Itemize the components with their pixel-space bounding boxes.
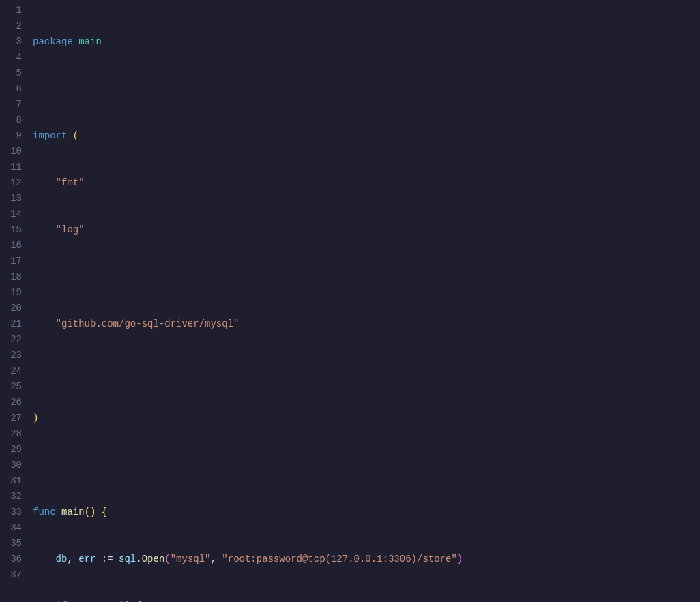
line-number: 13 (0, 191, 22, 207)
line-number: 20 (0, 301, 22, 316)
code-line (33, 363, 700, 379)
code-line: package main (33, 34, 700, 50)
line-number: 25 (0, 379, 22, 395)
line-number: 2 (0, 18, 22, 34)
line-number-gutter: 1234567891011121314151617181920212223242… (0, 0, 33, 602)
line-number: 34 (0, 520, 22, 536)
line-number: 11 (0, 160, 22, 175)
line-number: 19 (0, 285, 22, 301)
line-number: 3 (0, 34, 22, 50)
line-number: 35 (0, 536, 22, 552)
code-line: "github.com/go-sql-driver/mysql" (33, 316, 700, 332)
line-number: 37 (0, 567, 22, 583)
line-number: 14 (0, 207, 22, 222)
line-number: 29 (0, 442, 22, 457)
line-number: 16 (0, 238, 22, 254)
code-line (33, 81, 700, 97)
code-line: ) (33, 410, 700, 426)
code-line: db, err := sql.Open("mysql", "root:passw… (33, 552, 700, 567)
line-number: 30 (0, 457, 22, 473)
line-number: 26 (0, 395, 22, 410)
line-number: 7 (0, 97, 22, 112)
code-line: if err != nil { (33, 599, 700, 602)
line-number: 21 (0, 316, 22, 332)
line-number: 32 (0, 489, 22, 505)
line-number: 17 (0, 254, 22, 269)
line-number: 8 (0, 112, 22, 128)
line-number: 23 (0, 348, 22, 363)
line-number: 28 (0, 426, 22, 442)
line-number: 10 (0, 144, 22, 160)
line-number: 24 (0, 363, 22, 379)
code-line (33, 269, 700, 285)
code-line: "fmt" (33, 175, 700, 191)
code-line: "log" (33, 222, 700, 238)
line-number: 36 (0, 552, 22, 567)
code-line: import ( (33, 128, 700, 144)
line-number: 9 (0, 128, 22, 144)
line-number: 1 (0, 3, 22, 18)
code-line (33, 457, 700, 473)
line-number: 4 (0, 50, 22, 65)
line-number: 6 (0, 81, 22, 97)
line-number: 27 (0, 410, 22, 426)
code-line: func main() { (33, 505, 700, 520)
line-number: 33 (0, 505, 22, 520)
line-number: 18 (0, 269, 22, 285)
line-number: 5 (0, 65, 22, 81)
line-number: 12 (0, 175, 22, 191)
code-area[interactable]: package main import ( "fmt" "log" "githu… (33, 0, 700, 602)
line-number: 15 (0, 222, 22, 238)
line-number: 31 (0, 473, 22, 489)
line-number: 22 (0, 332, 22, 348)
code-editor[interactable]: 1234567891011121314151617181920212223242… (0, 0, 700, 602)
